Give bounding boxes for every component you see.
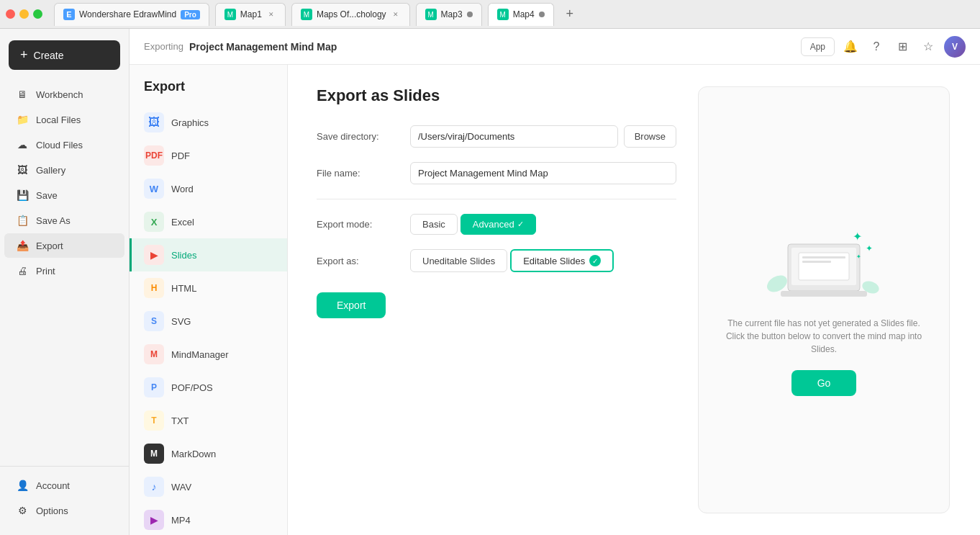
sidebar-options-label: Options xyxy=(36,505,68,516)
tab-maps-close[interactable]: ✕ xyxy=(391,9,401,19)
save-as-icon: 📋 xyxy=(16,214,29,227)
export-html-label: HTML xyxy=(171,283,196,294)
export-form: Export as Slides Save directory: Browse … xyxy=(317,86,676,513)
export-excel-label: Excel xyxy=(171,217,194,228)
tab-map1[interactable]: M Map1 ✕ xyxy=(215,3,286,26)
export-sidebar-title: Export xyxy=(130,79,287,106)
uneditable-slides-button[interactable]: Uneditable Slides xyxy=(410,249,507,272)
export-item-txt[interactable]: T TXT xyxy=(130,404,287,437)
export-item-word[interactable]: W Word xyxy=(130,172,287,205)
sidebar-workbench-label: Workbench xyxy=(36,89,83,100)
sidebar-item-options[interactable]: ⚙ Options xyxy=(4,498,124,523)
titlebar: E Wondershare EdrawMind Pro M Map1 ✕ M M… xyxy=(0,0,980,29)
tab-maps-of-chology[interactable]: M Maps Of...chology ✕ xyxy=(291,3,410,26)
save-directory-input[interactable] xyxy=(410,125,618,148)
save-directory-row: Save directory: Browse xyxy=(317,125,676,148)
pdf-icon: PDF xyxy=(144,145,164,166)
sidebar-localfiles-label: Local Files xyxy=(36,114,81,125)
export-item-markdown[interactable]: M MarkDown xyxy=(130,437,287,470)
maximize-window-btn[interactable] xyxy=(33,9,42,19)
export-as-row: Export as: Uneditable Slides Editable Sl… xyxy=(317,249,676,272)
sidebar-nav: 🖥 Workbench 📁 Local Files ☁ Cloud Files … xyxy=(0,81,129,466)
help-icon[interactable]: ? xyxy=(866,37,886,57)
sidebar-item-workbench[interactable]: 🖥 Workbench xyxy=(4,82,124,107)
export-markdown-label: MarkDown xyxy=(171,449,216,459)
txt-icon: T xyxy=(144,410,164,431)
mode-group: Basic Advanced ✓ xyxy=(410,214,536,235)
mp4-icon: ▶ xyxy=(144,510,164,530)
file-name-control xyxy=(410,162,676,184)
export-slides-label: Slides xyxy=(171,250,196,261)
create-button[interactable]: + Create xyxy=(9,40,120,70)
export-item-html[interactable]: H HTML xyxy=(130,271,287,305)
mode-basic-button[interactable]: Basic xyxy=(410,214,458,235)
close-window-btn[interactable] xyxy=(6,9,15,19)
word-icon: W xyxy=(144,179,164,199)
svg-text:✦: ✦ xyxy=(866,243,873,253)
preview-description: The current file has not yet generated a… xyxy=(720,317,927,356)
advanced-check-icon: ✓ xyxy=(517,220,524,229)
star-icon[interactable]: ☆ xyxy=(918,37,938,57)
mode-advanced-button[interactable]: Advanced ✓ xyxy=(460,214,536,235)
account-icon: 👤 xyxy=(16,479,29,492)
sidebar-item-local-files[interactable]: 📁 Local Files xyxy=(4,107,124,132)
export-item-wav[interactable]: ♪ WAV xyxy=(130,470,287,503)
svg-text:✦: ✦ xyxy=(856,253,861,260)
export-form-title: Export as Slides xyxy=(317,86,676,105)
export-mode-label: Export mode: xyxy=(317,219,410,230)
app-tab-icon: E xyxy=(63,9,75,20)
export-item-slides[interactable]: ▶ Slides xyxy=(130,238,287,271)
file-name-input[interactable] xyxy=(410,162,676,184)
go-button[interactable]: Go xyxy=(791,370,857,396)
sidebar-export-label: Export xyxy=(36,240,63,251)
tab-map3-label: Map3 xyxy=(441,9,463,19)
export-item-excel[interactable]: X Excel xyxy=(130,205,287,238)
tab-map1-close[interactable]: ✕ xyxy=(266,9,276,19)
sidebar-print-label: Print xyxy=(36,266,55,277)
export-mode-row: Export mode: Basic Advanced ✓ xyxy=(317,214,676,235)
mode-advanced-label: Advanced xyxy=(473,219,514,230)
app-button[interactable]: App xyxy=(801,37,835,56)
tab-map4[interactable]: M Map4 xyxy=(488,3,554,26)
preview-svg: ✦ ✦ ✦ xyxy=(759,204,889,305)
pof-icon: P xyxy=(144,377,164,397)
maps-tab-icon: M xyxy=(301,9,312,20)
print-icon: 🖨 xyxy=(16,264,29,277)
sidebar-item-account[interactable]: 👤 Account xyxy=(4,473,124,498)
topbar-right: App 🔔 ? ⊞ ☆ V xyxy=(801,36,966,58)
export-item-mp4[interactable]: ▶ MP4 xyxy=(130,503,287,535)
add-tab-button[interactable]: + xyxy=(560,4,580,24)
sidebar-item-print[interactable]: 🖨 Print xyxy=(4,258,124,283)
sidebar-item-export[interactable]: 📤 Export xyxy=(4,233,124,258)
sidebar-item-gallery[interactable]: 🖼 Gallery xyxy=(4,158,124,182)
breadcrumb: Exporting xyxy=(144,41,183,52)
tab-map3-dot xyxy=(467,12,473,17)
editable-slides-button[interactable]: Editable Slides ✓ xyxy=(510,249,614,272)
mindmanager-icon: M xyxy=(144,344,164,364)
minimize-window-btn[interactable] xyxy=(19,9,29,19)
editable-slides-label: Editable Slides xyxy=(523,256,585,266)
notification-icon[interactable]: 🔔 xyxy=(840,37,861,57)
grid-icon[interactable]: ⊞ xyxy=(892,37,912,57)
browse-button[interactable]: Browse xyxy=(624,125,676,148)
export-button[interactable]: Export xyxy=(317,292,386,318)
export-sidebar: Export 🖼 Graphics PDF PDF W Word X Excel xyxy=(130,65,288,535)
svg-rect-8 xyxy=(802,261,831,263)
sidebar-item-cloud-files[interactable]: ☁ Cloud Files xyxy=(4,132,124,157)
tab-map3[interactable]: M Map3 xyxy=(416,3,482,26)
export-item-mindmanager[interactable]: M MindManager xyxy=(130,338,287,371)
sidebar: + Create 🖥 Workbench 📁 Local Files ☁ Clo… xyxy=(0,29,130,535)
sidebar-item-save-as[interactable]: 📋 Save As xyxy=(4,208,124,233)
avatar[interactable]: V xyxy=(944,36,966,58)
wav-icon: ♪ xyxy=(144,477,164,497)
app-main-tab[interactable]: E Wondershare EdrawMind Pro xyxy=(54,3,209,26)
sidebar-item-save[interactable]: 💾 Save xyxy=(4,183,124,207)
map3-tab-icon: M xyxy=(425,9,437,20)
export-item-pdf[interactable]: PDF PDF xyxy=(130,139,287,172)
export-item-pof[interactable]: P POF/POS xyxy=(130,371,287,404)
save-directory-label: Save directory: xyxy=(317,131,410,142)
export-item-graphics[interactable]: 🖼 Graphics xyxy=(130,106,287,139)
app-tab-label: Wondershare EdrawMind xyxy=(79,9,176,19)
export-item-svg[interactable]: S SVG xyxy=(130,305,287,338)
sidebar-save-label: Save xyxy=(36,190,58,201)
